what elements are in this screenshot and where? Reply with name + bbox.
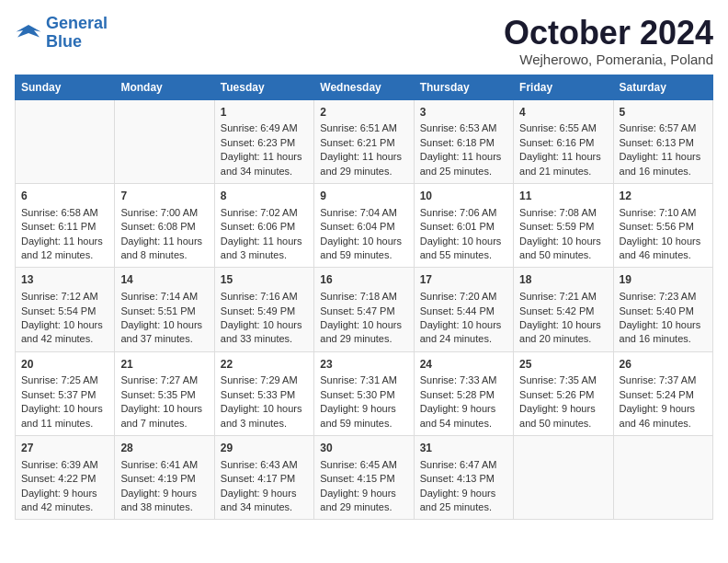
location-subtitle: Wejherowo, Pomerania, Poland [504, 52, 713, 67]
day-info: Sunset: 5:24 PM [620, 388, 707, 402]
day-info: and 3 minutes. [221, 417, 308, 431]
day-number: 30 [320, 441, 407, 456]
day-info: Sunrise: 7:31 AM [320, 373, 407, 387]
day-info: Sunset: 5:49 PM [221, 304, 308, 318]
day-cell: 8Sunrise: 7:02 AMSunset: 6:06 PMDaylight… [214, 183, 313, 267]
day-info: Sunrise: 7:12 AM [21, 290, 108, 304]
day-info: Sunrise: 6:45 AM [320, 458, 407, 472]
day-cell: 2Sunrise: 6:51 AMSunset: 6:21 PMDaylight… [314, 99, 414, 183]
day-info: Daylight: 9 hours [120, 487, 208, 500]
day-info: Sunset: 5:33 PM [221, 388, 308, 402]
day-info: Sunrise: 7:27 AM [120, 373, 208, 387]
column-header-sunday: Sunday [16, 75, 115, 99]
day-cell: 31Sunrise: 6:47 AMSunset: 4:13 PMDayligh… [414, 436, 513, 520]
day-number: 5 [620, 105, 707, 121]
day-info: Sunrise: 7:25 AM [21, 373, 108, 387]
day-info: and 12 minutes. [21, 248, 108, 262]
day-info: Sunrise: 6:57 AM [620, 121, 707, 135]
day-info: and 21 minutes. [519, 165, 607, 178]
day-info: Sunrise: 6:49 AM [221, 121, 308, 135]
day-cell: 25Sunrise: 7:35 AMSunset: 5:26 PMDayligh… [514, 351, 613, 435]
day-info: and 59 minutes. [320, 417, 407, 431]
day-number: 21 [120, 357, 208, 373]
day-number: 20 [21, 357, 108, 373]
week-row-3: 13Sunrise: 7:12 AMSunset: 5:54 PMDayligh… [16, 268, 713, 351]
day-info: and 42 minutes. [21, 332, 108, 346]
day-info: Daylight: 10 hours [519, 235, 607, 248]
day-info: Daylight: 9 hours [620, 402, 707, 416]
day-info: Sunrise: 7:06 AM [420, 206, 507, 220]
day-info: Sunset: 5:40 PM [620, 304, 707, 318]
day-info: and 7 minutes. [120, 417, 208, 431]
day-info: Daylight: 11 hours [120, 235, 208, 248]
day-cell: 29Sunrise: 6:43 AMSunset: 4:17 PMDayligh… [214, 436, 313, 520]
day-info: Daylight: 9 hours [221, 487, 308, 500]
day-info: Daylight: 11 hours [420, 150, 507, 164]
day-info: Sunrise: 7:04 AM [320, 206, 407, 220]
day-info: Sunset: 6:01 PM [420, 220, 507, 234]
day-number: 6 [21, 189, 108, 204]
column-header-monday: Monday [115, 75, 214, 99]
day-info: and 34 minutes. [221, 500, 308, 514]
day-info: and 29 minutes. [320, 500, 407, 514]
day-cell: 30Sunrise: 6:45 AMSunset: 4:15 PMDayligh… [314, 436, 414, 520]
day-number: 2 [320, 105, 407, 121]
day-info: Daylight: 10 hours [620, 235, 707, 248]
day-info: Daylight: 10 hours [120, 318, 208, 332]
day-info: and 33 minutes. [221, 332, 308, 346]
day-number: 27 [21, 441, 108, 456]
day-info: Daylight: 10 hours [221, 318, 308, 332]
column-header-tuesday: Tuesday [214, 75, 313, 99]
day-cell: 15Sunrise: 7:16 AMSunset: 5:49 PMDayligh… [214, 268, 313, 351]
day-cell: 12Sunrise: 7:10 AMSunset: 5:56 PMDayligh… [613, 183, 712, 267]
day-info: Sunrise: 6:58 AM [21, 206, 108, 220]
day-info: Sunset: 6:11 PM [21, 220, 108, 234]
day-info: Sunrise: 6:53 AM [420, 121, 507, 135]
day-info: Sunrise: 7:18 AM [320, 290, 407, 304]
day-cell: 4Sunrise: 6:55 AMSunset: 6:16 PMDaylight… [514, 99, 613, 183]
day-info: Sunrise: 7:16 AM [221, 290, 308, 304]
day-info: and 37 minutes. [120, 332, 208, 346]
day-number: 9 [320, 189, 407, 204]
day-cell: 5Sunrise: 6:57 AMSunset: 6:13 PMDaylight… [613, 99, 712, 183]
day-info: Sunset: 5:54 PM [21, 304, 108, 318]
day-info: Daylight: 11 hours [221, 235, 308, 248]
day-info: Sunrise: 7:10 AM [620, 206, 707, 220]
day-info: Daylight: 10 hours [519, 318, 607, 332]
day-info: Daylight: 10 hours [420, 235, 507, 248]
day-cell [514, 436, 613, 520]
day-info: and 46 minutes. [620, 248, 707, 262]
day-info: Sunrise: 6:39 AM [21, 458, 108, 472]
day-info: Daylight: 9 hours [21, 487, 108, 500]
day-cell [16, 99, 115, 183]
day-info: Daylight: 9 hours [420, 402, 507, 416]
day-cell: 11Sunrise: 7:08 AMSunset: 5:59 PMDayligh… [514, 183, 613, 267]
day-number: 7 [120, 189, 208, 204]
logo-icon [15, 22, 42, 44]
day-number: 19 [620, 272, 707, 288]
day-number: 12 [620, 189, 707, 204]
day-info: Daylight: 9 hours [519, 402, 607, 416]
day-cell: 1Sunrise: 6:49 AMSunset: 6:23 PMDaylight… [214, 99, 313, 183]
page-header: General Blue October 2024 Wejherowo, Pom… [15, 15, 713, 67]
day-info: Sunset: 5:59 PM [519, 220, 607, 234]
day-number: 18 [519, 272, 607, 288]
week-row-5: 27Sunrise: 6:39 AMSunset: 4:22 PMDayligh… [16, 436, 713, 520]
day-info: and 55 minutes. [420, 248, 507, 262]
day-number: 8 [221, 189, 308, 204]
day-cell [115, 99, 214, 183]
day-info: Sunset: 5:51 PM [120, 304, 208, 318]
day-info: Sunset: 6:04 PM [320, 220, 407, 234]
day-info: Daylight: 10 hours [620, 318, 707, 332]
day-info: Daylight: 11 hours [620, 150, 707, 164]
day-cell: 28Sunrise: 6:41 AMSunset: 4:19 PMDayligh… [115, 436, 214, 520]
day-info: and 8 minutes. [120, 248, 208, 262]
header-row: SundayMondayTuesdayWednesdayThursdayFrid… [16, 75, 713, 99]
day-info: and 16 minutes. [620, 165, 707, 178]
day-number: 28 [120, 441, 208, 456]
day-info: Daylight: 10 hours [221, 402, 308, 416]
day-info: and 50 minutes. [519, 248, 607, 262]
day-number: 3 [420, 105, 507, 121]
day-info: and 3 minutes. [221, 248, 308, 262]
month-title: October 2024 [504, 15, 713, 52]
